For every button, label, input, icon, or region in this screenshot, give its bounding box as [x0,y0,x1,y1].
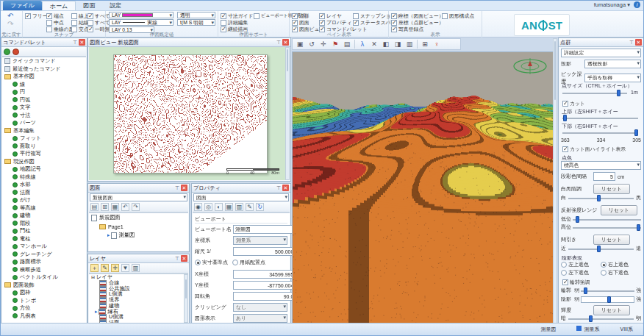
palette-item[interactable]: 面取り [2,143,86,151]
cut-highlight-checkbox[interactable]: カット面ハイライト表示 [562,146,626,152]
close-icon[interactable]: ✕ [181,185,187,191]
palette-item[interactable]: グレーチング [2,251,86,259]
layer-color-combo[interactable]: LAY [109,12,173,18]
layer-row[interactable]: 合線 [89,280,188,286]
layer-settings-icon[interactable]: ▥ [132,264,140,272]
drawing-tree-page[interactable]: Page1 [89,222,188,231]
grayscale-slider[interactable] [568,195,634,201]
pointcloud-3d-view[interactable] [292,51,554,326]
font-combo[interactable]: t(M S 明朝 [177,19,215,26]
close-icon[interactable]: ✕ [181,255,187,262]
layer-row-selected[interactable]: ▸縁石 [89,309,188,315]
intensity-reset-button[interactable]: リセット [601,205,637,215]
close-icon[interactable]: ✕ [79,39,85,46]
layers-scrollbar[interactable] [184,274,188,323]
layer-row[interactable]: L側溝 [89,291,188,297]
cut-checkbox[interactable]: カット [562,100,585,107]
layer-move-icon[interactable]: ✛ [111,264,119,272]
layers-root[interactable]: ⊟レイヤ [89,274,188,280]
palette-item[interactable]: 円 [2,88,86,96]
origin-actual-radio[interactable]: 実寸基準点 [195,259,228,266]
cut-bottom-slider[interactable] [562,129,638,136]
drawing-view-canvas-area[interactable]: 0 40 80m [89,47,290,180]
snap-free-checkbox[interactable]: フリー [25,12,48,19]
palette-group[interactable]: 基本作図 [2,73,86,81]
palette-item[interactable]: 路面標示 [2,258,86,266]
palette-item[interactable]: 方位 [2,304,86,312]
scroll-thumb[interactable] [287,49,288,71]
layer-row[interactable]: U側溝 [89,315,188,321]
cut-top-slider[interactable] [562,115,638,121]
user-menu[interactable]: fumatsunaga ▾ [594,1,630,8]
close-icon[interactable]: ✕ [635,39,642,46]
pin-icon[interactable]: ⊤ [629,40,634,46]
shape-display-combo[interactable]: あり [233,314,287,323]
palette-item[interactable]: 門柱 [2,227,86,235]
intensity-high-slider[interactable] [573,224,641,231]
tint-interval-input[interactable] [593,172,615,181]
thinning-reset-button[interactable]: リセット [593,235,630,245]
palette-item[interactable]: パーツ [2,119,86,127]
undo-icon[interactable]: ↶ [121,203,129,211]
edit-icon[interactable]: ✎ [246,203,254,211]
save-view-icon[interactable]: ▤ [343,40,351,49]
add-command-icon[interactable] [4,49,10,55]
add-page-icon[interactable]: ⊞ [101,203,109,211]
clip-left-icon[interactable]: ◧ [382,40,390,49]
intensity-low-slider[interactable] [573,216,641,223]
shade-bottomleft-radio[interactable]: 左下遮色 [561,269,601,276]
palette-item-quick[interactable]: クイックコマンド [2,57,86,65]
palette-item[interactable]: 特殊線 [2,174,86,182]
brightness-slider[interactable] [568,315,634,322]
compass-gizmo[interactable] [511,55,549,77]
measure-angle-icon[interactable]: λ [358,40,367,49]
palette-group[interactable]: 図面装飾 [2,282,86,290]
shade-topright-radio[interactable]: 右上遮色 [601,261,629,268]
close-icon[interactable]: ✕ [282,39,289,46]
remove-command-icon[interactable] [12,49,19,55]
palette-item[interactable]: フィット [2,135,86,143]
color-mode-combo[interactable]: 標高色 [561,161,641,170]
measure-x-icon[interactable]: ✕ [370,40,379,49]
palette-item[interactable]: 平行複写 [2,150,86,158]
layer-filter-icon[interactable]: ▼ [121,264,129,272]
point-size-slider[interactable] [562,90,627,96]
redo-icon[interactable]: ↷ [132,203,140,211]
outline-emphasis-checkbox[interactable]: 輪郭強調 [562,279,590,285]
properties-object-combo[interactable]: 図面 [193,193,289,201]
pan-icon[interactable]: ✛ [319,40,328,49]
palette-item-recent[interactable]: 最近使ったコマンド [2,65,86,74]
palette-group[interactable]: 基本編集 [2,127,86,135]
line-style-combo[interactable]: LAY実線 [109,19,173,26]
tab-home[interactable]: ホーム [42,1,76,10]
palette-item[interactable]: 寸法 [2,112,86,120]
shade-bottomright-radio[interactable]: 右下遮色 [601,269,629,276]
layer-row[interactable]: 公共施設 [89,286,188,292]
scroll-thumb[interactable] [185,279,187,299]
shade-topleft-radio[interactable]: 左上遮色 [561,261,601,268]
palette-item[interactable]: 文字 [2,104,86,112]
snapshot-icon[interactable]: ⊞ [421,40,429,49]
marker-pin-icon[interactable]: ♀ [432,40,441,49]
palette-item[interactable]: トンボ [2,297,86,305]
flag-icon[interactable]: ⚑ [331,40,340,49]
redo-icon[interactable]: ↷ [7,21,13,28]
drawing-select-combo[interactable]: 新規図面 [90,193,187,201]
pin-icon[interactable]: ⊤ [73,40,77,46]
palette-item[interactable]: 電柱 [2,235,86,243]
palette-group[interactable]: 現況作図 [2,158,86,166]
palette-item[interactable]: マンホール [2,243,86,251]
grayscale-reset-button[interactable]: リセット [593,184,630,194]
crs-combo[interactable]: 測量系 [233,236,287,245]
palette-item[interactable]: 水部 [2,181,86,189]
palette-item[interactable]: 円弧 [2,96,86,104]
shape-vertices-checkbox[interactable]: 図形構成点 [442,12,474,19]
palette-item[interactable]: 法面 [2,189,86,197]
info-icon[interactable]: i [634,1,640,8]
info-filled-icon[interactable]: ◉ [194,203,202,211]
orbit-icon[interactable]: ↺ [307,40,316,49]
palette-item[interactable]: 建物 [2,212,86,220]
map-vertical-scrollbar[interactable] [285,47,290,180]
pen-transparency-combo[interactable]: 透明 [177,12,215,18]
refresh-icon[interactable]: ↻ [256,203,264,211]
